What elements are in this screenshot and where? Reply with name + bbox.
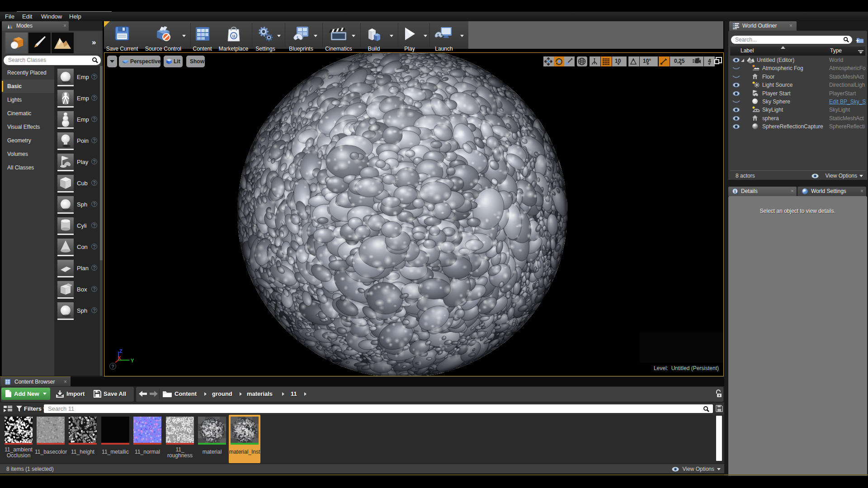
svg-text:X: X <box>118 355 121 361</box>
svg-text:i: i <box>735 189 736 194</box>
svg-text:u: u <box>232 33 235 38</box>
svg-text:Y: Y <box>131 358 134 363</box>
svg-text:+: + <box>856 38 859 44</box>
svg-text:Z: Z <box>119 348 123 354</box>
